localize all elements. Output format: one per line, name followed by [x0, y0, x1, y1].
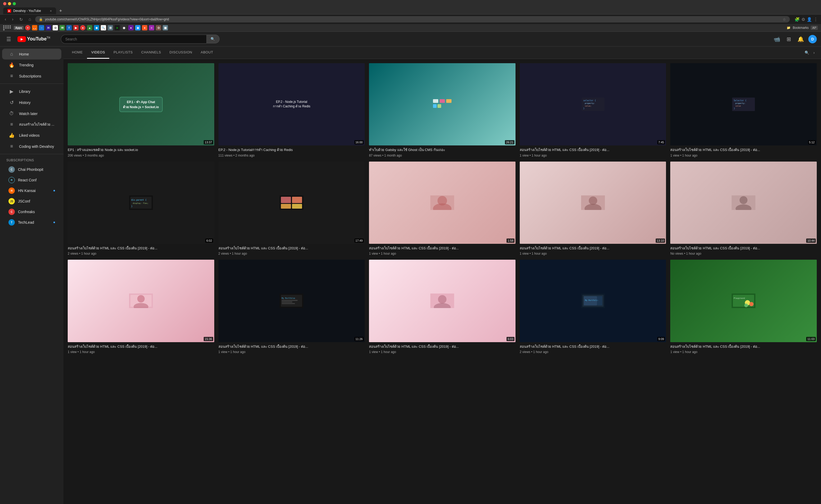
channel-nav-more-icon[interactable]: ›: [811, 48, 817, 57]
video-card-3[interactable]: 26:21 ทำเว็บด้วย Gatsby และใช้ Ghost เป็…: [369, 63, 516, 157]
sidebar-item-library[interactable]: ▶ Library: [2, 86, 61, 97]
maximize-dot[interactable]: [13, 2, 16, 5]
video-card-11[interactable]: 15:36 สอนสร้างเว็บไซต์ด้วย HTML และ CSS …: [68, 260, 214, 354]
search-input[interactable]: [61, 35, 206, 44]
bookmark-icon[interactable]: ☆: [783, 17, 786, 21]
url-bar[interactable]: 🔒 youtube.com/channel/UChkRSLZNHprc0j864…: [35, 16, 790, 22]
user-avatar[interactable]: D: [808, 35, 817, 43]
sub-item-react[interactable]: R React Conf: [2, 175, 61, 185]
sidebar-item-trending[interactable]: 🔥 Trending: [2, 59, 61, 71]
ext-icon-18[interactable]: ♦: [142, 25, 147, 30]
ext-icon-12[interactable]: 🔍: [101, 25, 106, 30]
sub-item-techlead[interactable]: T TechLead: [2, 217, 61, 228]
close-dot[interactable]: [3, 2, 6, 5]
sub-item-hn[interactable]: H HN Kansai: [2, 185, 61, 196]
video-card-6[interactable]: div.parent { display: flex; } 6:02 สอนสร…: [68, 162, 214, 256]
ext-icon-16[interactable]: ●: [128, 25, 134, 30]
sidebar-item-coding[interactable]: ≡ Coding with Devahoy: [2, 141, 61, 152]
nav-tab-discussion[interactable]: DISCUSSION: [165, 47, 197, 59]
tab-title: Devahoy - YouTube: [13, 9, 41, 13]
profile-icon[interactable]: 👤: [807, 17, 812, 22]
sub-item-confreaks[interactable]: C Confreaks: [2, 207, 61, 217]
home-button[interactable]: ⌂: [27, 16, 33, 22]
nav-tab-about[interactable]: ABOUT: [197, 47, 217, 59]
video-card-5[interactable]: Selector { property: value } 5:12 สอนสร้…: [670, 63, 817, 157]
ext-icon-6[interactable]: ✉: [60, 25, 65, 30]
watch-later-icon: ⏱: [8, 111, 15, 116]
new-tab-button[interactable]: +: [57, 8, 64, 14]
ext-icon-17[interactable]: ◆: [135, 25, 140, 30]
thumb-content-5: Selector { property: value }: [670, 63, 817, 145]
nav-tab-videos[interactable]: VIDEOS: [87, 47, 109, 59]
ext-icon-9[interactable]: ●: [80, 25, 85, 30]
sidebar-item-watch-later[interactable]: ⏱ Watch later: [2, 108, 61, 119]
sub-avatar-hn: H: [8, 187, 15, 194]
apps-grid-button[interactable]: ⊞: [784, 34, 793, 44]
menu-dots[interactable]: ⋮: [814, 17, 818, 22]
video-duration-2: 16:00: [354, 140, 364, 144]
video-card-12[interactable]: My Portfolio 11:26 สอนสร้างเว็บไซต์ด้วย …: [218, 260, 365, 354]
video-card-7[interactable]: 17:49 สอนสร้างเว็บไซต์ด้วย HTML และ CSS …: [218, 162, 365, 256]
sidebar-item-home[interactable]: ⌂ Home: [2, 49, 61, 59]
ext-icon-21[interactable]: ▣: [163, 25, 168, 30]
sidebar-item-playlist[interactable]: ≡ สอนสร้างเว็บไซต์ด้วย ...: [2, 119, 61, 130]
channel-search-icon[interactable]: 🔍: [802, 48, 811, 57]
ext-icon-8[interactable]: ▶: [73, 25, 79, 30]
apps-grid-icon: [3, 25, 11, 30]
nav-tab-playlists[interactable]: PLAYLISTS: [109, 47, 137, 59]
video-thumb-7: 17:49: [218, 162, 365, 244]
video-card-14[interactable]: My Portfolio 9:09 สอนสร้างเว็บไซต์ด้วย H…: [520, 260, 666, 354]
video-duration-4: 7:45: [657, 140, 665, 144]
video-card-9[interactable]: 13:10 สอนสร้างเว็บไซต์ด้วย HTML และ CSS …: [520, 162, 666, 256]
svg-text:value: value: [735, 105, 741, 107]
nav-tab-channels[interactable]: CHANNELS: [137, 47, 165, 59]
bookmarks-label: 📁: [787, 26, 791, 30]
video-card-4[interactable]: selector { property: value; } 7:45 สอนสร…: [520, 63, 666, 157]
extension-icon-1[interactable]: 🧩: [795, 17, 800, 22]
nav-tab-home[interactable]: HOME: [68, 47, 87, 59]
search-button[interactable]: 🔍: [206, 35, 220, 43]
ext-icon-14[interactable]: >: [115, 25, 120, 30]
video-card-13[interactable]: 6:03 สอนสร้างเว็บไซต์ด้วย HTML และ CSS เ…: [369, 260, 516, 354]
youtube-logo[interactable]: ▶ YouTubeTH: [17, 36, 50, 42]
hamburger-menu-button[interactable]: ☰: [4, 34, 13, 44]
ext-icon-2[interactable]: 🦊: [32, 25, 37, 30]
ext-icon-10[interactable]: ▲: [87, 25, 92, 30]
ext-icon-15[interactable]: ◉: [121, 25, 127, 30]
video-card-10[interactable]: 10:44 สอนสร้างเว็บไซต์ด้วย HTML และ CSS …: [670, 162, 817, 256]
sidebar-item-liked[interactable]: 👍 Liked videos: [2, 130, 61, 141]
minimize-dot[interactable]: [8, 2, 11, 5]
ext-icon-11[interactable]: ◆: [94, 25, 99, 30]
reload-button[interactable]: ↻: [18, 16, 24, 22]
forward-button[interactable]: ›: [10, 16, 15, 22]
back-button[interactable]: ‹: [3, 16, 8, 22]
ap-label[interactable]: AP: [811, 26, 818, 30]
tab-close-button[interactable]: ✕: [50, 10, 52, 12]
ext-icon-1[interactable]: ●: [25, 25, 30, 30]
create-video-button[interactable]: 📹: [772, 34, 782, 44]
browser-tab-active[interactable]: ▶ Devahoy - YouTube ✕: [3, 7, 56, 14]
video-meta-6: 2 views • 1 hour ago: [68, 252, 214, 255]
ext-icon-7[interactable]: f: [66, 25, 72, 30]
thumb-content-6: div.parent { display: flex; }: [68, 162, 214, 244]
ext-icon-19[interactable]: ≡: [149, 25, 154, 30]
video-thumb-13: 6:03: [369, 260, 516, 342]
video-card-2[interactable]: EP.2 - Node.js Tutorialการทำ Caching ด้ว…: [218, 63, 365, 157]
ext-icon-3[interactable]: →: [39, 25, 44, 30]
sidebar-item-subscriptions[interactable]: ≡ Subscriptions: [2, 71, 61, 81]
sub-item-chai[interactable]: C Chai Phonbopit: [2, 164, 61, 175]
svg-text:}: }: [583, 107, 585, 110]
ext-icon-13[interactable]: ⊞: [108, 25, 113, 30]
bookmarks-text[interactable]: Bookmarks: [793, 26, 809, 30]
apps-button[interactable]: Apps: [14, 26, 24, 30]
video-card-1[interactable]: EP.1 - ทำ App Chatด้วย Node.js + Socket.…: [68, 63, 214, 157]
ext-icon-4[interactable]: H: [46, 25, 51, 30]
sub-item-js[interactable]: JS JSConf: [2, 196, 61, 207]
video-card-15[interactable]: Playground 11:03 สอนสร้างเว็บไซต์ด้วย HT…: [670, 260, 817, 354]
ext-icon-5[interactable]: ⊙: [53, 25, 58, 30]
sidebar-item-history[interactable]: ↺ History: [2, 97, 61, 108]
notifications-button[interactable]: 🔔: [795, 34, 806, 44]
video-card-8[interactable]: 1:58 สอนสร้างเว็บไซต์ด้วย HTML และ CSS เ…: [369, 162, 516, 256]
extension-icon-2[interactable]: ⚙: [801, 17, 805, 22]
ext-icon-20[interactable]: ⊙: [156, 25, 161, 30]
